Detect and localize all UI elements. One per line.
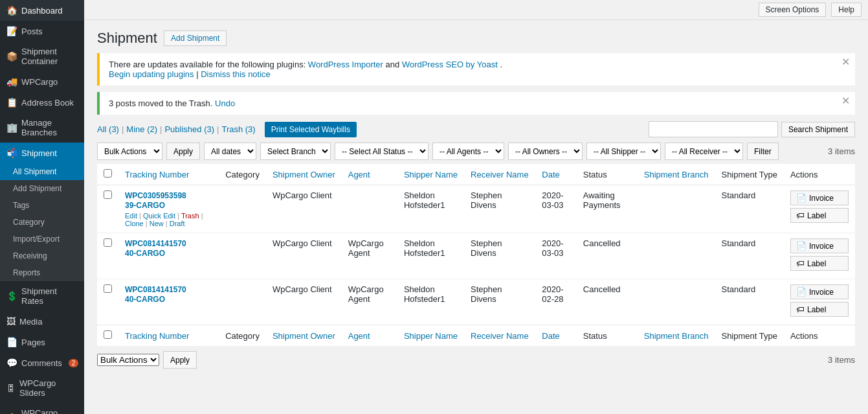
- filter-all-link[interactable]: All (3): [97, 124, 119, 134]
- sidebar-item-shipment[interactable]: 📬 Shipment: [0, 143, 84, 163]
- branch-select[interactable]: Select Branch: [260, 143, 331, 160]
- sidebar-item-add-shipment[interactable]: Add Shipment: [0, 180, 84, 197]
- category-label: Category: [13, 218, 45, 227]
- th-agent[interactable]: Agent: [342, 164, 397, 185]
- sidebar: 🏠 Dashboard 📝 Posts 📦 Shipment Container…: [0, 0, 84, 414]
- sidebar-item-all-shipment[interactable]: All Shipment: [0, 163, 84, 180]
- receiver-select[interactable]: -- All Receiver --: [665, 143, 743, 160]
- owners-select[interactable]: -- All Owners --: [508, 143, 583, 160]
- undo-link[interactable]: Undo: [215, 98, 235, 108]
- agents-select[interactable]: -- All Agents --: [432, 143, 504, 160]
- notice-close-button[interactable]: ✕: [841, 57, 850, 67]
- shipper-sort-link-foot[interactable]: Shipper Name: [404, 331, 458, 341]
- th-branch-foot[interactable]: Shipment Branch: [638, 325, 715, 347]
- wordpress-importer-link[interactable]: WordPress Importer: [308, 60, 383, 69]
- label-button[interactable]: 🏷 Label: [790, 302, 849, 317]
- dismiss-notice-link[interactable]: Dismiss this notice: [201, 69, 271, 79]
- sidebar-item-posts[interactable]: 📝 Posts: [0, 21, 84, 41]
- clone-link[interactable]: Clone: [125, 220, 144, 227]
- tracking-link[interactable]: WPC081414157040-CARGO: [125, 239, 186, 258]
- bulk-actions-select[interactable]: Bulk Actions: [97, 143, 162, 160]
- screen-options-button[interactable]: Screen Options: [759, 3, 827, 17]
- th-date-foot[interactable]: Date: [535, 325, 576, 347]
- sidebar-item-receiving[interactable]: Receiving: [0, 247, 84, 264]
- th-shipper[interactable]: Shipper Name: [397, 164, 464, 185]
- quick-edit-link[interactable]: Quick Edit: [143, 212, 175, 220]
- wordpress-seo-link[interactable]: WordPress SEO by Yoast: [402, 60, 498, 69]
- th-tracking-foot[interactable]: Tracking Number: [118, 325, 219, 347]
- trash-notice-close-button[interactable]: ✕: [841, 96, 850, 106]
- draft-link[interactable]: Draft: [170, 220, 185, 227]
- owner-sort-link[interactable]: Shipment Owner: [273, 170, 335, 179]
- branch-sort-link[interactable]: Shipment Branch: [644, 170, 709, 179]
- new-link[interactable]: New: [150, 220, 164, 227]
- tracking-link[interactable]: WPC081414157040-CARGO: [125, 285, 186, 304]
- sidebar-item-import-export[interactable]: Import/Export: [0, 231, 84, 247]
- shipper-select[interactable]: -- All Shipper --: [586, 143, 661, 160]
- th-date[interactable]: Date: [535, 164, 576, 185]
- tracking-sort-link[interactable]: Tracking Number: [125, 170, 189, 179]
- date-sort-link[interactable]: Date: [542, 170, 559, 179]
- topbar: Screen Options Help: [84, 0, 868, 20]
- apply-button-top[interactable]: Apply: [166, 143, 200, 160]
- sidebar-item-shipment-container[interactable]: 📦 Shipment Container: [0, 41, 84, 71]
- agent-sort-link[interactable]: Agent: [348, 170, 370, 179]
- row-checkbox[interactable]: [104, 238, 112, 247]
- date-sort-link-foot[interactable]: Date: [542, 331, 559, 341]
- label-button[interactable]: 🏷 Label: [790, 208, 849, 223]
- sidebar-item-dashboard[interactable]: 🏠 Dashboard: [0, 0, 84, 21]
- help-button[interactable]: Help: [831, 3, 862, 17]
- receiver-sort-link[interactable]: Receiver Name: [471, 170, 529, 179]
- trash-link[interactable]: Trash: [181, 212, 199, 220]
- dates-select[interactable]: All dates: [204, 143, 256, 160]
- th-branch[interactable]: Shipment Branch: [638, 164, 715, 185]
- sidebar-item-media[interactable]: 🖼 Media: [0, 311, 84, 332]
- th-owner[interactable]: Shipment Owner: [266, 164, 342, 185]
- tracking-sort-link-foot[interactable]: Tracking Number: [125, 331, 189, 341]
- th-shipper-foot[interactable]: Shipper Name: [397, 325, 464, 347]
- th-agent-foot[interactable]: Agent: [342, 325, 397, 347]
- sidebar-item-reports[interactable]: Reports: [0, 264, 84, 281]
- tracking-link[interactable]: WPC030595359839-CARGO: [125, 191, 186, 210]
- agent-sort-link-foot[interactable]: Agent: [348, 331, 370, 341]
- filter-button[interactable]: Filter: [747, 143, 779, 160]
- sidebar-item-wpcargo[interactable]: 🚚 WPCargo: [0, 71, 84, 92]
- bulk-actions-select-bottom[interactable]: Bulk Actions: [97, 354, 159, 366]
- sidebar-item-wpcargo-sliders[interactable]: 🎛 WPCargo Sliders: [0, 373, 84, 403]
- sidebar-item-manage-branches[interactable]: 🏢 Manage Branches: [0, 113, 84, 143]
- branch-sort-link-foot[interactable]: Shipment Branch: [644, 331, 709, 341]
- invoice-button[interactable]: 📄 Invoice: [790, 238, 849, 253]
- receiver-sort-link-foot[interactable]: Receiver Name: [471, 331, 529, 341]
- print-waybills-button[interactable]: Print Selected Waybills: [265, 122, 357, 137]
- row-checkbox[interactable]: [104, 284, 112, 293]
- select-all-checkbox-footer[interactable]: [104, 330, 112, 339]
- sidebar-item-address-book[interactable]: 📋 Address Book: [0, 92, 84, 113]
- sidebar-item-pages[interactable]: 📄 Pages: [0, 332, 84, 352]
- add-shipment-button[interactable]: Add Shipment: [164, 30, 227, 46]
- th-tracking[interactable]: Tracking Number: [118, 164, 219, 185]
- row-checkbox[interactable]: [104, 190, 112, 199]
- invoice-button[interactable]: 📄 Invoice: [790, 284, 849, 299]
- invoice-button[interactable]: 📄 Invoice: [790, 190, 849, 205]
- edit-link[interactable]: Edit: [125, 212, 137, 220]
- shipper-sort-link[interactable]: Shipper Name: [404, 170, 458, 179]
- sidebar-item-tags[interactable]: Tags: [0, 197, 84, 214]
- owner-sort-link-foot[interactable]: Shipment Owner: [273, 331, 335, 341]
- filter-trash-link[interactable]: Trash (3): [221, 124, 255, 134]
- sidebar-item-wpcargo-testimonials[interactable]: ⭐ WPCargo Testimonials: [0, 403, 84, 414]
- sidebar-item-comments[interactable]: 💬 Comments 2: [0, 352, 84, 373]
- search-shipment-button[interactable]: Search Shipment: [781, 122, 855, 137]
- sidebar-item-category[interactable]: Category: [0, 214, 84, 231]
- th-receiver-foot[interactable]: Receiver Name: [464, 325, 535, 347]
- filter-mine-link[interactable]: Mine (2): [126, 124, 157, 134]
- filter-published-link[interactable]: Published (3): [164, 124, 214, 134]
- apply-button-bottom[interactable]: Apply: [163, 351, 197, 369]
- sidebar-item-shipment-rates[interactable]: 💲 Shipment Rates: [0, 281, 84, 311]
- begin-updating-link[interactable]: Begin updating plugins: [109, 69, 194, 79]
- th-receiver[interactable]: Receiver Name: [464, 164, 535, 185]
- select-all-checkbox[interactable]: [104, 169, 112, 178]
- label-button[interactable]: 🏷 Label: [790, 256, 849, 271]
- status-select[interactable]: -- Select All Status --: [335, 143, 428, 160]
- search-input[interactable]: [649, 121, 778, 137]
- th-owner-foot[interactable]: Shipment Owner: [266, 325, 342, 347]
